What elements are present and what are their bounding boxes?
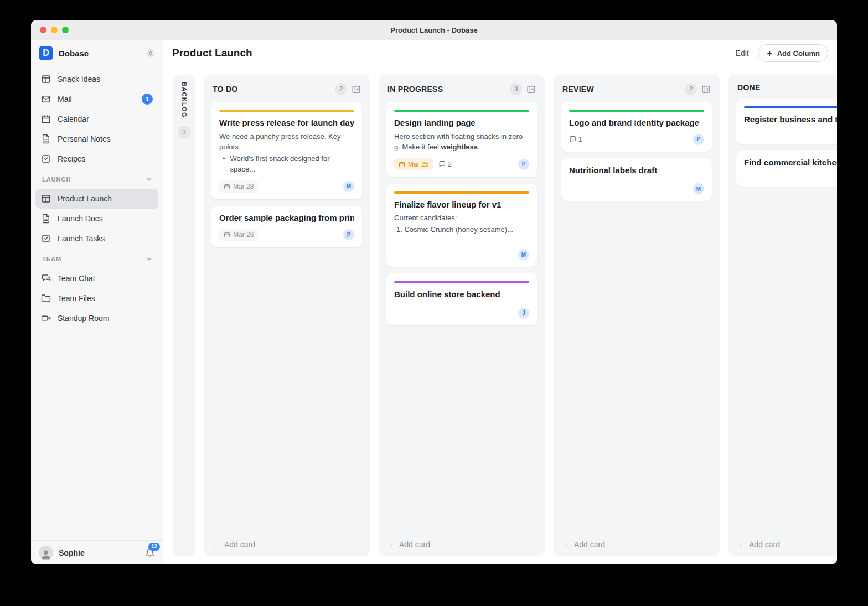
- check-square-icon: [41, 234, 51, 244]
- card-order-sample-packaging[interactable]: Order sample packaging from printer Mar …: [211, 206, 362, 248]
- add-card-label: Add card: [749, 540, 780, 549]
- launch-section-items: Product Launch Launch Docs Launch Tasks: [31, 185, 163, 248]
- card-count-badge: 2: [335, 83, 347, 95]
- app-logo: D: [39, 46, 53, 60]
- column-backlog-collapsed[interactable]: BACKLOG 3: [173, 75, 195, 556]
- add-card-button[interactable]: Add card: [386, 536, 537, 549]
- sidebar-item-label: Mail: [58, 95, 72, 103]
- settings-button[interactable]: [146, 49, 155, 58]
- sidebar-item-personal-notes[interactable]: Personal Notes: [35, 129, 158, 149]
- sidebar-item-label: Calendar: [58, 115, 89, 123]
- card-design-landing-page[interactable]: Design landing page Hero section with fl…: [386, 102, 537, 177]
- edit-button[interactable]: Edit: [736, 49, 749, 58]
- card-find-commercial-kitchen[interactable]: Find commercial kitchen sp: [736, 151, 837, 187]
- card-title: Write press release for launch day: [219, 117, 354, 128]
- notification-count-badge: 12: [148, 543, 160, 551]
- collapse-column-button[interactable]: [526, 85, 536, 94]
- description-bold-text: weightless: [441, 143, 478, 151]
- sidebar-item-team-files[interactable]: Team Files: [35, 288, 158, 308]
- board-header: Product Launch Edit Add Column: [163, 40, 837, 66]
- column-title: BACKLOG: [181, 82, 188, 118]
- card-write-press-release[interactable]: Write press release for launch day We ne…: [211, 102, 362, 199]
- mail-icon: [41, 94, 51, 104]
- add-card-button[interactable]: Add card: [211, 536, 362, 549]
- due-date-chip: Mar 26: [219, 229, 258, 241]
- plus-icon: [737, 541, 745, 548]
- description-text: .: [478, 143, 480, 151]
- sidebar-nav: Snack Ideas Mail 1 Calendar: [31, 66, 163, 169]
- add-card-button[interactable]: Add card: [736, 536, 837, 549]
- section-header-launch[interactable]: LAUNCH: [42, 175, 153, 183]
- folder-icon: [41, 293, 51, 303]
- sidebar-item-launch-tasks[interactable]: Launch Tasks: [35, 229, 158, 248]
- board-icon: [41, 194, 51, 204]
- sidebar-item-snack-ideas[interactable]: Snack Ideas: [35, 69, 158, 89]
- due-date-chip-urgent: Mar 25: [394, 158, 433, 170]
- notifications-button[interactable]: 12: [145, 548, 155, 558]
- assignee-avatar: P: [518, 159, 529, 170]
- add-column-label: Add Column: [777, 49, 820, 58]
- assignee-avatar: M: [518, 249, 529, 260]
- sidebar: D Dobase Snack Ideas: [31, 40, 163, 564]
- card-finalize-flavor-lineup[interactable]: Finalize flavor lineup for v1 Current ca…: [386, 184, 537, 267]
- sidebar-item-calendar[interactable]: Calendar: [35, 109, 158, 129]
- card-title: Build online store backend: [394, 289, 529, 300]
- card-accent-bar: [744, 106, 837, 108]
- card-title: Design landing page: [394, 117, 529, 128]
- card-description: Current candidates:: [394, 213, 529, 224]
- kanban-board: BACKLOG 3 TO DO 2: [163, 66, 837, 564]
- card-register-business[interactable]: Register business and trad: [736, 99, 837, 144]
- column-in-progress: IN PROGRESS 3 Design landing page: [379, 75, 545, 556]
- add-column-button[interactable]: Add Column: [758, 44, 828, 62]
- calendar-icon: [224, 183, 230, 190]
- sidebar-item-label: Snack Ideas: [58, 75, 100, 84]
- sidebar-item-launch-docs[interactable]: Launch Docs: [35, 209, 158, 229]
- titlebar: Product Launch - Dobase: [31, 20, 837, 40]
- main-area: Product Launch Edit Add Column BACKLOG 3: [163, 40, 837, 564]
- traffic-lights: [40, 20, 69, 40]
- card-nutritional-labels[interactable]: Nutritional labels draft M: [561, 158, 712, 201]
- collapse-panel-icon: [526, 85, 536, 94]
- card-logo-brand-identity[interactable]: Logo and brand identity package 1 P: [561, 102, 712, 152]
- column-title: DONE: [737, 83, 761, 92]
- sidebar-item-product-launch[interactable]: Product Launch: [35, 189, 158, 209]
- document-icon: [41, 134, 51, 144]
- sidebar-item-mail[interactable]: Mail 1: [35, 89, 158, 109]
- sidebar-user-row[interactable]: Sophie 12: [31, 540, 163, 564]
- card-accent-bar: [394, 191, 529, 194]
- sidebar-item-label: Team Files: [58, 294, 95, 303]
- sidebar-item-label: Launch Tasks: [58, 234, 105, 243]
- close-button[interactable]: [40, 27, 46, 33]
- section-label-text: LAUNCH: [42, 176, 71, 183]
- gear-icon: [146, 49, 155, 58]
- collapse-panel-icon: [352, 85, 361, 94]
- sidebar-item-recipes[interactable]: Recipes: [35, 149, 158, 169]
- section-label-text: TEAM: [42, 256, 61, 262]
- card-count-badge: 2: [685, 83, 697, 95]
- column-to-do: TO DO 2 Write press release for launch d…: [204, 75, 370, 556]
- comment-count: 2: [438, 160, 452, 168]
- section-header-team[interactable]: TEAM: [42, 255, 153, 263]
- bullet-marker: •: [223, 153, 225, 175]
- collapse-column-button[interactable]: [701, 85, 711, 94]
- sidebar-item-standup-room[interactable]: Standup Room: [35, 308, 158, 328]
- user-name: Sophie: [59, 548, 85, 557]
- card-title: Find commercial kitchen sp: [744, 157, 837, 168]
- comment-icon: [438, 160, 446, 168]
- card-count-badge: 3: [178, 126, 191, 139]
- zoom-button[interactable]: [62, 27, 69, 33]
- video-icon: [41, 313, 51, 323]
- sidebar-item-team-chat[interactable]: Team Chat: [35, 268, 158, 288]
- minimize-button[interactable]: [51, 27, 58, 33]
- collapse-column-button[interactable]: [352, 85, 361, 94]
- add-card-button[interactable]: Add card: [561, 536, 712, 549]
- card-count-badge: 3: [510, 83, 522, 95]
- avatar: [39, 546, 53, 560]
- due-date: Mar 28: [233, 183, 254, 190]
- sidebar-header: D Dobase: [31, 40, 163, 66]
- app-name: Dobase: [59, 49, 89, 58]
- card-title: Register business and trad: [744, 114, 837, 125]
- add-card-label: Add card: [574, 540, 605, 549]
- card-build-online-store[interactable]: Build online store backend J: [386, 273, 537, 325]
- due-date: Mar 26: [233, 231, 254, 239]
